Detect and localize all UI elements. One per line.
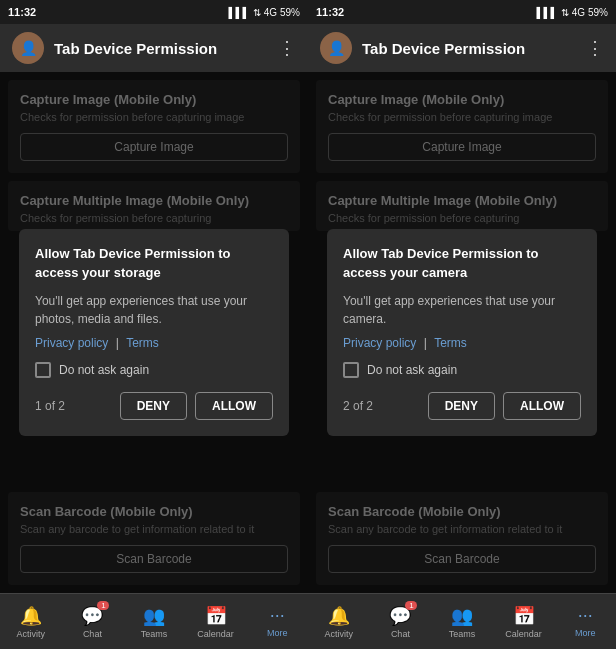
chat-label-right: Chat xyxy=(391,629,410,639)
calendar-icon-left: 📅 xyxy=(205,605,227,627)
chat-badge-right: 1 xyxy=(405,601,417,610)
signal-4g-r: 4G xyxy=(572,7,585,18)
wifi-icon: ⇅ xyxy=(253,7,261,18)
activity-label-left: Activity xyxy=(17,629,46,639)
avatar-left: 👤 xyxy=(12,32,44,64)
nav-chat-left[interactable]: 💬1 Chat xyxy=(68,605,116,639)
more-icon-right: ··· xyxy=(578,605,593,626)
nav-calendar-left[interactable]: 📅 Calendar xyxy=(192,605,240,639)
teams-icon-left: 👥 xyxy=(143,605,165,627)
activity-icon-left: 🔔 xyxy=(20,605,42,627)
nav-activity-right[interactable]: 🔔 Activity xyxy=(315,605,363,639)
content-left: Capture Image (Mobile Only) Checks for p… xyxy=(0,72,308,593)
terms-link-left[interactable]: Terms xyxy=(126,336,159,350)
dialog-overlay-left: Allow Tab Device Permission to access yo… xyxy=(0,72,308,593)
avatar-right: 👤 xyxy=(320,32,352,64)
checkbox-label-left: Do not ask again xyxy=(59,363,149,377)
link-sep-right: | xyxy=(420,336,430,350)
time-right: 11:32 xyxy=(316,6,344,18)
top-bar-right: 👤 Tab Device Permission ⋮ xyxy=(308,24,616,72)
teams-icon-right: 👥 xyxy=(451,605,473,627)
more-label-right: More xyxy=(575,628,596,638)
more-options-left[interactable]: ⋮ xyxy=(278,37,296,59)
nav-calendar-right[interactable]: 📅 Calendar xyxy=(500,605,548,639)
status-icons-right: ▌▌▌ ⇅ 4G 59% xyxy=(536,7,608,18)
signal-4g: 4G xyxy=(264,7,277,18)
more-icon-left: ··· xyxy=(270,605,285,626)
top-bar-title-right: Tab Device Permission xyxy=(362,40,576,57)
more-label-left: More xyxy=(267,628,288,638)
dialog-title-left: Allow Tab Device Permission to access yo… xyxy=(35,245,273,281)
nav-teams-right[interactable]: 👥 Teams xyxy=(438,605,486,639)
dialog-footer-right: 2 of 2 DENY ALLOW xyxy=(343,392,581,420)
nav-more-left[interactable]: ··· More xyxy=(253,605,301,638)
dialog-right: Allow Tab Device Permission to access yo… xyxy=(327,229,597,435)
content-right: Capture Image (Mobile Only) Checks for p… xyxy=(308,72,616,593)
dialog-body-left: You'll get app experiences that use your… xyxy=(35,292,273,328)
checkbox-row-right: Do not ask again xyxy=(343,362,581,378)
dialog-actions-left: DENY ALLOW xyxy=(120,392,273,420)
privacy-policy-link-left[interactable]: Privacy policy xyxy=(35,336,108,350)
nav-chat-right[interactable]: 💬1 Chat xyxy=(376,605,424,639)
phone-screen-left: 11:32 ▌▌▌ ⇅ 4G 59% 👤 Tab Device Permissi… xyxy=(0,0,308,649)
dialog-actions-right: DENY ALLOW xyxy=(428,392,581,420)
bottom-nav-left: 🔔 Activity 💬1 Chat 👥 Teams 📅 Calendar ··… xyxy=(0,593,308,649)
teams-label-left: Teams xyxy=(141,629,168,639)
deny-button-left[interactable]: DENY xyxy=(120,392,187,420)
calendar-label-left: Calendar xyxy=(197,629,234,639)
top-bar-left: 👤 Tab Device Permission ⋮ xyxy=(0,24,308,72)
calendar-label-right: Calendar xyxy=(505,629,542,639)
battery-right: 59% xyxy=(588,7,608,18)
dialog-footer-left: 1 of 2 DENY ALLOW xyxy=(35,392,273,420)
checkbox-label-right: Do not ask again xyxy=(367,363,457,377)
dialog-links-left: Privacy policy | Terms xyxy=(35,336,273,350)
calendar-icon-right: 📅 xyxy=(513,605,535,627)
dialog-left: Allow Tab Device Permission to access yo… xyxy=(19,229,289,435)
bottom-nav-right: 🔔 Activity 💬1 Chat 👥 Teams 📅 Calendar ··… xyxy=(308,593,616,649)
dialog-links-right: Privacy policy | Terms xyxy=(343,336,581,350)
wifi-icon-r: ⇅ xyxy=(561,7,569,18)
status-icons-left: ▌▌▌ ⇅ 4G 59% xyxy=(228,7,300,18)
chat-label-left: Chat xyxy=(83,629,102,639)
activity-icon-right: 🔔 xyxy=(328,605,350,627)
dialog-counter-left: 1 of 2 xyxy=(35,399,65,413)
privacy-policy-link-right[interactable]: Privacy policy xyxy=(343,336,416,350)
allow-button-left[interactable]: ALLOW xyxy=(195,392,273,420)
more-options-right[interactable]: ⋮ xyxy=(586,37,604,59)
terms-link-right[interactable]: Terms xyxy=(434,336,467,350)
dialog-overlay-right: Allow Tab Device Permission to access yo… xyxy=(308,72,616,593)
chat-badge-left: 1 xyxy=(97,601,109,610)
nav-more-right[interactable]: ··· More xyxy=(561,605,609,638)
status-bar-right: 11:32 ▌▌▌ ⇅ 4G 59% xyxy=(308,0,616,24)
time-left: 11:32 xyxy=(8,6,36,18)
status-bar-left: 11:32 ▌▌▌ ⇅ 4G 59% xyxy=(0,0,308,24)
do-not-ask-checkbox-left[interactable] xyxy=(35,362,51,378)
dialog-body-right: You'll get app experiences that use your… xyxy=(343,292,581,328)
top-bar-title-left: Tab Device Permission xyxy=(54,40,268,57)
link-sep-left: | xyxy=(112,336,122,350)
phone-screen-right: 11:32 ▌▌▌ ⇅ 4G 59% 👤 Tab Device Permissi… xyxy=(308,0,616,649)
nav-activity-left[interactable]: 🔔 Activity xyxy=(7,605,55,639)
teams-label-right: Teams xyxy=(449,629,476,639)
signal-icon-r: ▌▌▌ xyxy=(536,7,557,18)
dialog-counter-right: 2 of 2 xyxy=(343,399,373,413)
dialog-title-right: Allow Tab Device Permission to access yo… xyxy=(343,245,581,281)
signal-icon: ▌▌▌ xyxy=(228,7,249,18)
activity-label-right: Activity xyxy=(325,629,354,639)
checkbox-row-left: Do not ask again xyxy=(35,362,273,378)
deny-button-right[interactable]: DENY xyxy=(428,392,495,420)
chat-icon-right: 💬1 xyxy=(389,605,411,627)
do-not-ask-checkbox-right[interactable] xyxy=(343,362,359,378)
allow-button-right[interactable]: ALLOW xyxy=(503,392,581,420)
nav-teams-left[interactable]: 👥 Teams xyxy=(130,605,178,639)
chat-icon-left: 💬1 xyxy=(81,605,103,627)
battery-left: 59% xyxy=(280,7,300,18)
